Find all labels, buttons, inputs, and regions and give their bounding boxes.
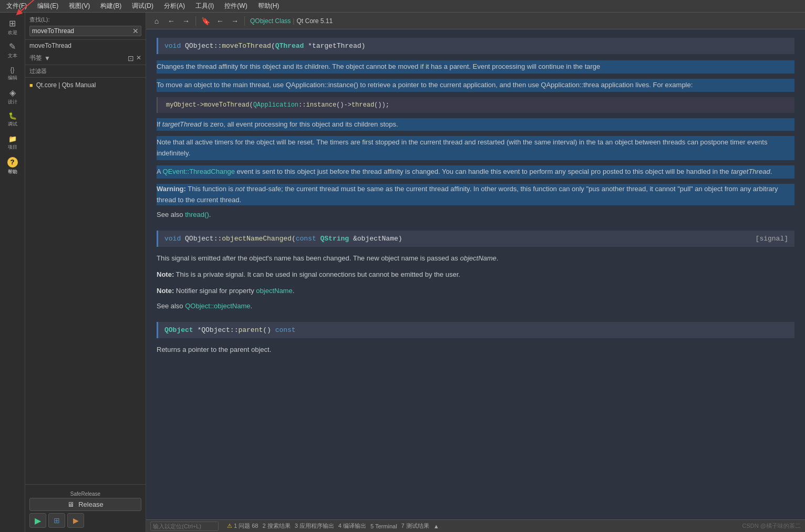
search-input-container[interactable]: ✕ bbox=[29, 26, 141, 36]
home-button[interactable]: ⌂ bbox=[150, 15, 163, 27]
status-test[interactable]: 7 测试结果 bbox=[401, 522, 429, 530]
func2-note2: Note: Notifier signal for property objec… bbox=[157, 286, 794, 297]
status-problems[interactable]: ⚠ 1 问题 68 bbox=[227, 522, 258, 530]
menu-tools[interactable]: 工具(I) bbox=[193, 1, 216, 12]
bookmark-dropdown-icon[interactable]: ▼ bbox=[44, 55, 50, 62]
sidebar-label-text: 文本 bbox=[8, 53, 17, 59]
design-icon: ◈ bbox=[9, 88, 16, 98]
status-search[interactable]: 2 搜索结果 bbox=[262, 522, 290, 530]
bookmark-split-icon[interactable]: ⊡ bbox=[128, 54, 134, 62]
debug-run-button[interactable]: ▶ bbox=[67, 513, 84, 528]
bookmark-icon: ■ bbox=[29, 82, 33, 88]
link-back-button[interactable]: ← bbox=[214, 15, 226, 27]
status-app-output[interactable]: 3 应用程序输出 bbox=[295, 522, 334, 530]
run-button[interactable]: ▶ bbox=[29, 513, 46, 528]
compile-output-label: 4 编译输出 bbox=[338, 522, 366, 530]
run-icon: ▶ bbox=[35, 516, 41, 526]
sidebar-item-text[interactable]: ✎ 文本 bbox=[2, 40, 23, 61]
bookmark-add-button[interactable]: 🔖 bbox=[199, 15, 212, 27]
build-button[interactable]: ⊞ bbox=[48, 513, 65, 528]
forward-button[interactable]: → bbox=[180, 15, 192, 27]
breadcrumb: QObject Class | Qt Core 5.11 bbox=[250, 17, 333, 25]
object-name-link[interactable]: objectName bbox=[256, 287, 292, 295]
status-compile[interactable]: 4 编译输出 bbox=[338, 522, 366, 530]
link-forward-button[interactable]: → bbox=[229, 15, 241, 27]
sidebar-item-help[interactable]: ? 帮助 bbox=[2, 155, 23, 176]
code-thread: thread bbox=[352, 101, 374, 109]
filter-row: 过滤器 bbox=[25, 65, 146, 78]
menu-view[interactable]: 视图(V) bbox=[67, 1, 92, 12]
func1-para4: Note that all active timers for the obje… bbox=[157, 136, 794, 160]
problems-label: 1 问题 68 bbox=[234, 522, 258, 530]
sidebar-item-design[interactable]: ◈ 设计 bbox=[2, 86, 23, 107]
func3-para1: Returns a pointer to the parent object. bbox=[157, 345, 794, 356]
position-input[interactable] bbox=[150, 521, 219, 531]
sidebar-label-design: 设计 bbox=[8, 99, 17, 106]
qevent-link[interactable]: QEvent::ThreadChange bbox=[163, 168, 235, 175]
toolbar-separator-1 bbox=[195, 16, 196, 26]
sidebar: ⊞ 欢迎 ✎ 文本 {} 编辑 ◈ 设计 🐛 调试 📁 项目 ? 帮助 bbox=[0, 13, 25, 532]
breadcrumb-sep-1: | bbox=[293, 17, 294, 25]
code-class-ref: QApplication bbox=[253, 101, 298, 109]
breadcrumb-module: Qt Core 5.11 bbox=[296, 17, 333, 25]
app-output-label: 3 应用程序输出 bbox=[295, 522, 334, 530]
sidebar-label-help: 帮助 bbox=[8, 169, 17, 175]
menu-build[interactable]: 构建(B) bbox=[98, 1, 123, 12]
warning-icon: ⚠ bbox=[227, 523, 232, 529]
release-label: Release bbox=[78, 500, 104, 508]
debug-icon: 🐛 bbox=[8, 112, 17, 120]
sidebar-item-edit[interactable]: {} 编辑 bbox=[2, 63, 23, 84]
watermark-text: CSDN @橘子味的茶二 bbox=[742, 522, 801, 530]
bookmark-item[interactable]: ■ Qt.core | Qbs Manual bbox=[25, 80, 146, 90]
monitor-icon: 🖥 bbox=[67, 500, 74, 508]
code-func-call: myObject->moveToThread bbox=[166, 101, 249, 109]
bookmark-header: 书签 ▼ ⊡ ✕ bbox=[25, 51, 146, 65]
thread-link[interactable]: thread() bbox=[185, 211, 209, 218]
menu-controls[interactable]: 控件(W) bbox=[222, 1, 249, 12]
debug-run-icon: ▶ bbox=[73, 516, 79, 525]
func1-code: myObject->moveToThread(QApplication::ins… bbox=[157, 97, 794, 113]
func2-see-also: See also QObject::objectName. bbox=[157, 302, 794, 310]
results-dropdown-icon[interactable]: ▲ bbox=[434, 523, 439, 529]
breadcrumb-class[interactable]: QObject Class bbox=[250, 17, 291, 25]
terminal-label: 5 Terminal bbox=[370, 523, 397, 529]
func2-note1: Note: This is a private signal. It can b… bbox=[157, 269, 794, 280]
func1-warning: Warning: This function is not thread-saf… bbox=[157, 184, 794, 206]
bookmark-title: 书签 bbox=[29, 54, 42, 62]
search-result-item[interactable]: moveToThread bbox=[25, 40, 146, 51]
bookmark-list: ■ Qt.core | Qbs Manual bbox=[25, 78, 146, 484]
grid-icon: ⊞ bbox=[9, 18, 16, 28]
text-edit-icon: ✎ bbox=[9, 41, 16, 51]
status-bar: ⚠ 1 问题 68 2 搜索结果 3 应用程序输出 4 编译输出 5 Termi… bbox=[146, 519, 805, 532]
watermark: CSDN @橘子味的茶二 bbox=[742, 522, 801, 530]
func1-see-also: See also thread(). bbox=[157, 211, 794, 218]
signal-tag: [signal] bbox=[756, 235, 788, 243]
content-area: ⌂ ← → 🔖 ← → QObject Class | Qt Core 5.11… bbox=[146, 13, 805, 532]
build-buttons: ▶ ⊞ ▶ bbox=[29, 513, 141, 528]
bookmark-close-icon[interactable]: ✕ bbox=[136, 54, 141, 62]
sidebar-item-debug[interactable]: 🐛 调试 bbox=[2, 109, 23, 130]
release-monitor[interactable]: 🖥 Release bbox=[29, 498, 141, 511]
func3-signature: QObject *QObject::parent() const bbox=[157, 322, 794, 338]
input-position bbox=[150, 521, 219, 531]
project-icon: 📁 bbox=[8, 135, 17, 143]
clear-search-button[interactable]: ✕ bbox=[132, 27, 139, 35]
bookmark-item-label: Qt.core | Qbs Manual bbox=[36, 81, 96, 89]
left-panel: 查找(L): ✕ moveToThread 书签 ▼ ⊡ ✕ 过滤器 bbox=[25, 13, 146, 532]
menu-analyze[interactable]: 分析(A) bbox=[162, 1, 187, 12]
search-results-label: 2 搜索结果 bbox=[262, 522, 290, 530]
bookmark-section: 书签 ▼ ⊡ ✕ 过滤器 ■ Qt.core | Qbs Manual bbox=[25, 51, 146, 484]
sidebar-item-project[interactable]: 📁 项目 bbox=[2, 132, 23, 153]
func1-signature: void QObject::moveToThread(QThread *targ… bbox=[157, 38, 794, 54]
sidebar-label-edit: 编辑 bbox=[8, 75, 17, 81]
search-input[interactable] bbox=[32, 27, 130, 35]
menu-debug[interactable]: 调试(D) bbox=[130, 1, 156, 12]
status-terminal[interactable]: 5 Terminal bbox=[370, 523, 397, 529]
back-button[interactable]: ← bbox=[165, 15, 178, 27]
menu-help[interactable]: 帮助(H) bbox=[256, 1, 282, 12]
qobject-objectname-link[interactable]: QObject::objectName bbox=[185, 302, 250, 310]
search-label: 查找(L): bbox=[29, 16, 141, 24]
sidebar-label-welcome: 欢迎 bbox=[8, 29, 17, 36]
toolbar: ⌂ ← → 🔖 ← → QObject Class | Qt Core 5.11 bbox=[146, 13, 805, 29]
toolbar-separator-2 bbox=[244, 16, 245, 26]
